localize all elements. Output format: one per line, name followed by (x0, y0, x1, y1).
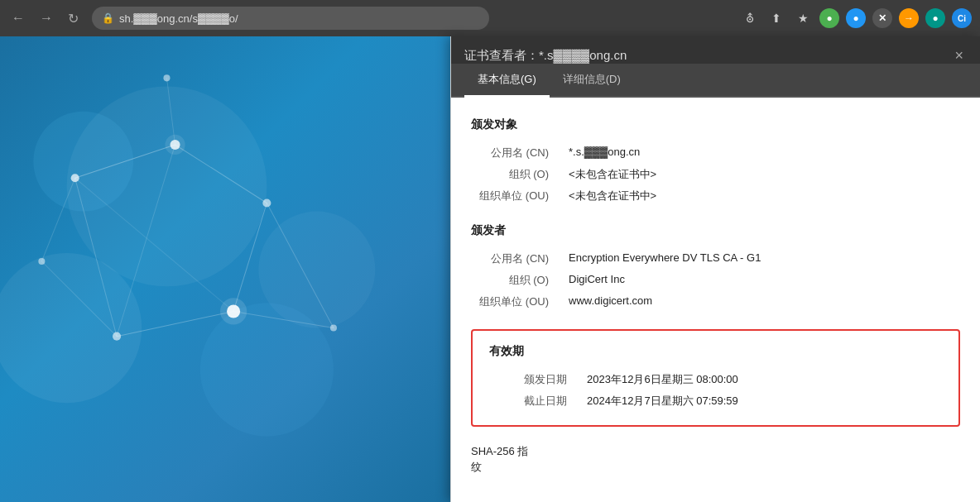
close-button[interactable]: × (951, 48, 967, 63)
svg-point-17 (71, 174, 79, 182)
ext6-ci-icon[interactable]: Ci (950, 7, 973, 30)
certificate-panel: 证书查看者：*.s▓▓▓▓ong.cn × 基本信息(G) 详细信息(D) 颁发… (450, 36, 980, 502)
field-label: 公用名 (CN) (471, 142, 562, 164)
ext3-circle: ✕ (872, 8, 892, 28)
svg-point-24 (163, 74, 170, 81)
star-icon[interactable]: ★ (791, 7, 814, 30)
svg-point-19 (262, 198, 271, 207)
field-label: 组织 (O) (471, 164, 562, 185)
refresh-button[interactable]: ↻ (63, 7, 84, 30)
field-label: 组织单位 (OU) (471, 185, 562, 207)
ext1-circle: ● (819, 8, 839, 28)
issued-by-title: 颁发者 (471, 223, 960, 238)
forward-button[interactable]: → (35, 7, 58, 29)
key-icon[interactable]: ⛢ (738, 7, 761, 30)
table-row: 公用名 (CN) Encryption Everywhere DV TLS CA… (471, 248, 960, 270)
tab-basic-info[interactable]: 基本信息(G) (464, 64, 550, 98)
svg-point-1 (0, 253, 142, 403)
svg-point-4 (200, 303, 334, 436)
ext2-circle: ● (846, 8, 866, 28)
network-graphic (0, 36, 450, 502)
field-label: 颁发日期 (489, 369, 580, 390)
field-value: 2023年12月6日星期三 08:00:00 (580, 369, 942, 390)
ext4-circle: → (899, 8, 919, 28)
svg-point-26 (165, 135, 185, 155)
table-row: 组织 (O) DigiCert Inc (471, 270, 960, 291)
ext5-circle: ● (925, 8, 945, 28)
svg-point-3 (33, 112, 133, 212)
svg-point-25 (220, 298, 247, 324)
ext4-icon[interactable]: → (897, 7, 920, 30)
lock-icon: 🔒 (102, 12, 114, 24)
tab-detail-info[interactable]: 详细信息(D) (550, 64, 634, 98)
issued-to-table: 公用名 (CN) *.s.▓▓▓ong.cn 组织 (O) <未包含在证书中> … (471, 142, 960, 207)
table-row: 截止日期 2024年12月7日星期六 07:59:59 (489, 390, 942, 412)
field-value: 2024年12月7日星期六 07:59:59 (580, 390, 942, 412)
field-value: <未包含在证书中> (562, 164, 960, 185)
main-area: 证书查看者：*.s▓▓▓▓ong.cn × 基本信息(G) 详细信息(D) 颁发… (0, 36, 980, 502)
field-label: 截止日期 (489, 390, 580, 412)
field-label: 组织单位 (OU) (471, 291, 562, 313)
ext5-icon[interactable]: ● (924, 7, 947, 30)
validity-title: 有效期 (489, 344, 942, 359)
field-value: *.s.▓▓▓ong.cn (562, 142, 960, 164)
ext1-icon[interactable]: ● (818, 7, 841, 30)
sha-section: SHA-256 指 纹 (471, 443, 960, 475)
field-value: www.digicert.com (562, 291, 960, 313)
table-row: 组织 (O) <未包含在证书中> (471, 164, 960, 185)
share-icon[interactable]: ⬆ (765, 7, 788, 30)
table-row: 公用名 (CN) *.s.▓▓▓ong.cn (471, 142, 960, 164)
address-bar[interactable]: 🔒 sh.▓▓▓ong.cn/s▓▓▓▓o/ (92, 7, 489, 30)
cert-tabs: 基本信息(G) 详细信息(D) (451, 64, 980, 98)
field-value: DigiCert Inc (562, 270, 960, 291)
cert-header: 证书查看者：*.s▓▓▓▓ong.cn × (451, 36, 980, 64)
ext6-ci-circle: Ci (952, 8, 972, 28)
ext2-icon[interactable]: ● (844, 7, 867, 30)
field-value: <未包含在证书中> (562, 185, 960, 207)
issued-by-table: 公用名 (CN) Encryption Everywhere DV TLS CA… (471, 248, 960, 313)
issued-to-title: 颁发对象 (471, 117, 960, 132)
field-label: 组织 (O) (471, 270, 562, 291)
table-row: 颁发日期 2023年12月6日星期三 08:00:00 (489, 369, 942, 390)
url-text: sh.▓▓▓ong.cn/s▓▓▓▓o/ (119, 12, 238, 25)
cert-title: 证书查看者：*.s▓▓▓▓ong.cn (464, 48, 627, 64)
validity-table: 颁发日期 2023年12月6日星期三 08:00:00 截止日期 2024年12… (489, 369, 942, 412)
validity-section: 有效期 颁发日期 2023年12月6日星期三 08:00:00 截止日期 202… (471, 329, 960, 427)
toolbar-icons: ⛢ ⬆ ★ ● ● ✕ → ● Ci (738, 7, 973, 30)
svg-point-22 (330, 325, 337, 332)
webpage-background (0, 36, 450, 502)
browser-chrome: ← → ↻ 🔒 sh.▓▓▓ong.cn/s▓▓▓▓o/ ⛢ ⬆ ★ ● ● ✕… (0, 0, 980, 36)
table-row: 组织单位 (OU) <未包含在证书中> (471, 185, 960, 207)
field-label: 公用名 (CN) (471, 248, 562, 270)
field-value: Encryption Everywhere DV TLS CA - G1 (562, 248, 960, 270)
table-row: 组织单位 (OU) www.digicert.com (471, 291, 960, 313)
sha-label: SHA-256 指 纹 (471, 445, 528, 473)
ext3-icon[interactable]: ✕ (871, 7, 894, 30)
svg-point-21 (113, 332, 121, 341)
svg-point-23 (38, 258, 45, 265)
cert-body: 颁发对象 公用名 (CN) *.s.▓▓▓ong.cn 组织 (O) <未包含在… (451, 98, 980, 502)
back-button[interactable]: ← (7, 7, 30, 29)
